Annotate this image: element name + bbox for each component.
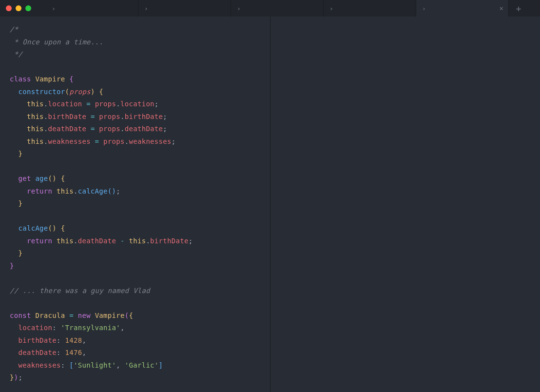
property: weaknesses — [18, 361, 60, 369]
param: props — [69, 88, 91, 96]
number-literal: 1428 — [65, 336, 82, 344]
editor-area: /* * Once upon a time... */ class Vampir… — [0, 17, 540, 392]
property: weaknesses — [48, 137, 91, 145]
brace: } — [18, 150, 22, 157]
operator: = — [91, 125, 95, 133]
this-keyword: this — [27, 125, 44, 133]
bracket: ] — [159, 361, 163, 369]
traffic-lights — [0, 5, 46, 11]
property: weaknesses — [129, 137, 171, 145]
close-window-button[interactable] — [6, 5, 12, 11]
this-keyword: this — [57, 187, 74, 195]
brace: } — [10, 373, 14, 381]
this-keyword: this — [27, 100, 44, 108]
number-literal: 1476 — [65, 349, 82, 356]
method-name: constructor — [18, 88, 65, 96]
method-name: calcAge — [18, 224, 48, 232]
brace: { — [99, 88, 103, 96]
keyword: const — [10, 312, 31, 319]
string-literal: 'Sunlight' — [74, 361, 116, 369]
this-keyword: this — [129, 237, 146, 245]
property: birthDate — [48, 113, 87, 120]
operator: = — [91, 113, 95, 120]
operator: = — [69, 312, 74, 319]
property: location — [48, 100, 82, 108]
string-literal: 'Garlic' — [125, 361, 159, 369]
minimize-window-button[interactable] — [16, 5, 21, 11]
brace: { — [69, 75, 74, 83]
tab-3[interactable]: › — [231, 0, 324, 17]
brace: { — [61, 224, 65, 232]
method-name: age — [35, 175, 48, 182]
chevron-right-icon: › — [52, 5, 56, 12]
comment-line: * Once upon a time... — [10, 38, 103, 46]
titlebar: › › › › › × + — [0, 0, 540, 17]
new-tab-button[interactable]: + — [509, 0, 528, 17]
property: birthDate — [150, 237, 189, 245]
close-tab-icon[interactable]: × — [500, 4, 503, 12]
property: location — [120, 100, 154, 108]
operator: = — [86, 100, 91, 108]
identifier: props — [99, 125, 120, 133]
keyword: class — [10, 75, 31, 83]
identifier: props — [99, 113, 120, 120]
brace: } — [18, 249, 22, 257]
tab-bar: › › › › › × + — [46, 0, 540, 17]
paren: () — [108, 187, 116, 195]
comment-line: // ... there was a guy named Vlad — [10, 287, 150, 294]
keyword: return — [27, 187, 52, 195]
this-keyword: this — [27, 137, 44, 145]
brace: } — [10, 262, 14, 270]
operator: = — [95, 137, 99, 145]
property: birthDate — [125, 113, 163, 120]
keyword: get — [18, 175, 31, 182]
chevron-right-icon: › — [422, 5, 426, 12]
chevron-right-icon: › — [329, 5, 333, 12]
tab-1[interactable]: › — [46, 0, 138, 17]
tab-5[interactable]: › × — [416, 0, 509, 17]
this-keyword: this — [57, 237, 74, 245]
string-literal: 'Transylvania' — [61, 324, 120, 332]
identifier: props — [95, 100, 116, 108]
class-name: Vampire — [35, 75, 65, 83]
this-keyword: this — [27, 113, 44, 120]
property: deathDate — [48, 125, 87, 133]
paren: ) — [91, 88, 95, 96]
comment-line: */ — [10, 50, 22, 58]
maximize-window-button[interactable] — [25, 5, 31, 11]
bracket: [ — [69, 361, 74, 369]
const-name: Dracula — [35, 312, 65, 319]
chevron-right-icon: › — [144, 5, 148, 12]
brace: } — [18, 199, 22, 207]
code-editor[interactable]: /* * Once upon a time... */ class Vampir… — [0, 17, 270, 392]
comment-line: /* — [10, 25, 18, 33]
tab-2[interactable]: › — [138, 0, 231, 17]
property: deathDate — [78, 237, 116, 245]
tab-4[interactable]: › — [324, 0, 416, 17]
property: birthDate — [18, 336, 57, 344]
property: deathDate — [18, 349, 57, 356]
operator: - — [120, 237, 125, 245]
paren: ( — [65, 88, 70, 96]
identifier: props — [103, 137, 125, 145]
keyword: new — [78, 312, 91, 319]
chevron-right-icon: › — [237, 5, 241, 12]
code-editor-right[interactable] — [270, 17, 540, 392]
paren: () — [48, 175, 57, 182]
property: deathDate — [125, 125, 163, 133]
class-name: Vampire — [95, 312, 125, 319]
paren: () — [48, 224, 57, 232]
brace: { — [129, 312, 133, 319]
method-call: calcAge — [78, 187, 108, 195]
brace: { — [61, 175, 65, 182]
property: location — [18, 324, 52, 332]
keyword: return — [27, 237, 52, 245]
